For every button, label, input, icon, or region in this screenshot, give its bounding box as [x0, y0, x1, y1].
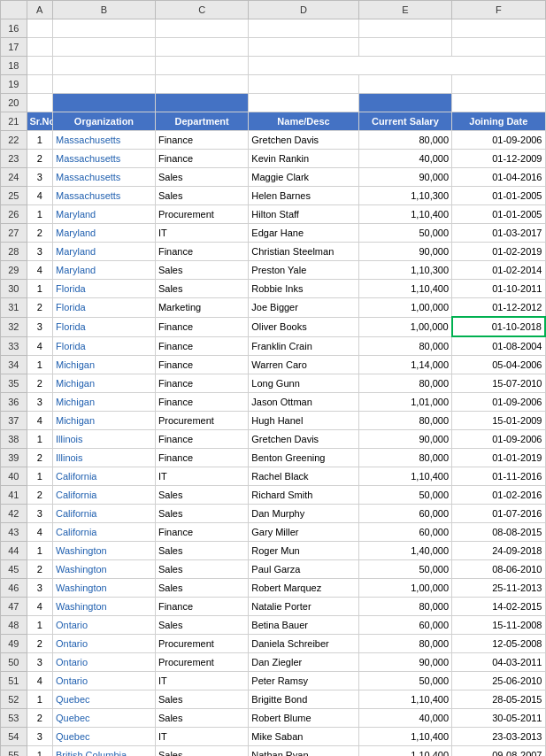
org-cell: California	[53, 486, 156, 505]
srno-cell: 2	[27, 374, 53, 393]
date-cell: 25-06-2010	[452, 672, 545, 690]
table-row: 551British ColumbiaSalesNathan Ryan1,10,…	[1, 746, 546, 757]
date-cell: 01-09-2006	[452, 393, 545, 412]
row-20-version: 20	[1, 94, 546, 112]
row-17: 17	[1, 38, 546, 57]
org-cell: Maryland	[53, 261, 156, 280]
name-cell: Edgar Hane	[249, 224, 358, 243]
spreadsheet: A B C D E F 16 17	[0, 0, 546, 756]
name-cell: Maggie Clark	[249, 168, 358, 187]
table-row: 232MassachusettsFinanceKevin Rankin40,00…	[1, 150, 546, 168]
col-d-header: D	[249, 1, 358, 19]
table-row: 352MichiganFinanceLong Gunn80,00015-07-2…	[1, 374, 546, 393]
table-row: 474WashingtonFinanceNatalie Porter80,000…	[1, 598, 546, 616]
srno-cell: 1	[27, 746, 53, 757]
name-cell: Daniela Schreiber	[249, 635, 358, 653]
dept-cell: Procurement	[155, 412, 248, 430]
org-cell: Quebec	[53, 728, 156, 746]
srno-cell: 1	[27, 430, 53, 449]
org-cell: Quebec	[53, 690, 156, 709]
salary-cell: 90,000	[358, 653, 451, 672]
date-cell: 01-01-2005	[452, 187, 545, 205]
salary-cell: 1,10,400	[358, 728, 451, 746]
table-row: 434CaliforniaFinanceGary Miller60,00008-…	[1, 523, 546, 542]
table-row: 392IllinoisFinanceBenton Greening80,0000…	[1, 449, 546, 467]
date-cell: 09-08-2007	[452, 746, 545, 757]
salary-cell: 40,000	[358, 150, 451, 168]
name-cell: Natalie Porter	[249, 598, 358, 616]
srno-cell: 3	[27, 243, 53, 261]
srno-cell: 2	[27, 635, 53, 653]
srno-cell: 4	[27, 672, 53, 690]
name-cell: Kevin Rankin	[249, 150, 358, 168]
salary-cell: 80,000	[358, 635, 451, 653]
date-cell: 08-08-2015	[452, 523, 545, 542]
name-cell: Robert Blume	[249, 709, 358, 728]
dept-cell: Finance	[155, 150, 248, 168]
table-row: 441WashingtonSalesRoger Mun1,40,00024-09…	[1, 542, 546, 560]
date-col-header: Joining Date	[452, 112, 545, 131]
org-cell: Massachusetts	[53, 168, 156, 187]
dept-cell: Sales	[155, 280, 248, 298]
name-cell: Gretchen Davis	[249, 430, 358, 449]
year-value	[452, 94, 545, 112]
dept-cell: Finance	[155, 523, 248, 542]
org-cell: California	[53, 467, 156, 486]
table-row: 463WashingtonSalesRobert Marquez1,00,000…	[1, 579, 546, 598]
name-cell: Hilton Staff	[249, 205, 358, 224]
date-cell: 15-11-2008	[452, 616, 545, 635]
col-letter-row: A B C D E F	[1, 1, 546, 19]
date-cell: 01-11-2016	[452, 467, 545, 486]
date-cell: 01-08-2004	[452, 336, 545, 356]
srno-cell: 2	[27, 298, 53, 318]
dept-cell: Sales	[155, 168, 248, 187]
dept-cell: Finance	[155, 336, 248, 356]
date-cell: 23-03-2013	[452, 728, 545, 746]
srno-cell: 2	[27, 150, 53, 168]
srno-cell: 1	[27, 467, 53, 486]
org-cell: Washington	[53, 598, 156, 616]
org-cell: British Columbia	[53, 746, 156, 757]
srno-cell: 4	[27, 412, 53, 430]
salary-cell: 50,000	[358, 486, 451, 505]
date-cell: 01-12-2012	[452, 298, 545, 318]
dept-cell: Sales	[155, 616, 248, 635]
salary-cell: 80,000	[358, 374, 451, 393]
date-cell: 01-10-2011	[452, 280, 545, 298]
name-cell: Peter Ramsy	[249, 672, 358, 690]
srno-cell: 3	[27, 317, 53, 336]
corner-cell	[1, 1, 27, 19]
date-cell: 12-05-2008	[452, 635, 545, 653]
salary-cell: 1,10,300	[358, 261, 451, 280]
salary-cell: 1,01,000	[358, 393, 451, 412]
org-cell: Washington	[53, 579, 156, 598]
org-cell: Florida	[53, 336, 156, 356]
org-cell: Maryland	[53, 243, 156, 261]
date-cell: 15-01-2009	[452, 412, 545, 430]
salary-cell: 1,10,400	[358, 690, 451, 709]
org-cell: Maryland	[53, 224, 156, 243]
srno-cell: 3	[27, 653, 53, 672]
org-cell: Michigan	[53, 412, 156, 430]
salary-cell: 1,10,400	[358, 205, 451, 224]
name-cell: Christian Steelman	[249, 243, 358, 261]
date-cell: 24-09-2018	[452, 542, 545, 560]
dept-cell: Finance	[155, 243, 248, 261]
org-cell: Florida	[53, 298, 156, 318]
org-cell: Michigan	[53, 356, 156, 374]
col-f-header: F	[452, 1, 545, 19]
name-cell: Oliver Books	[249, 317, 358, 336]
date-cell: 01-10-2018	[452, 317, 545, 336]
col-c-header: C	[155, 1, 248, 19]
name-cell: Betina Bauer	[249, 616, 358, 635]
table-row: 514OntarioITPeter Ramsy50,00025-06-2010	[1, 672, 546, 690]
org-cell: Ontario	[53, 672, 156, 690]
org-cell: Florida	[53, 317, 156, 336]
org-col-header: Organization	[53, 112, 156, 131]
salary-cell: 80,000	[358, 131, 451, 150]
date-cell: 01-12-2009	[452, 150, 545, 168]
dept-cell: IT	[155, 672, 248, 690]
dept-cell: Finance	[155, 356, 248, 374]
salary-cell: 60,000	[358, 505, 451, 523]
srno-col-header: Sr.No	[27, 112, 53, 131]
